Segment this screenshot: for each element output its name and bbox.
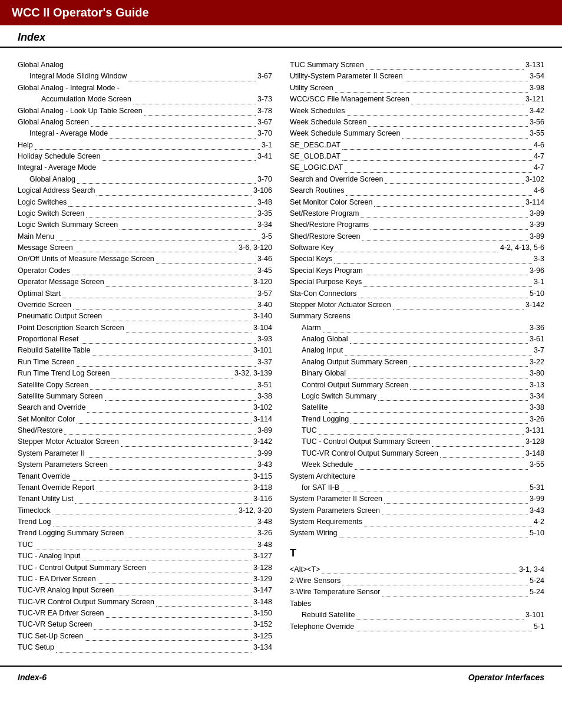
entry-label: Telephone Override bbox=[290, 621, 354, 633]
list-item: TUC-VR Control Output Summary Screen3-14… bbox=[290, 448, 544, 459]
entry-label: TUC Setup bbox=[18, 642, 54, 653]
entry-page: 3-129 bbox=[253, 574, 272, 585]
entry-page: 3-46 bbox=[257, 253, 272, 265]
entry-page: 3-114 bbox=[525, 197, 544, 208]
list-item: Analog Input3-7 bbox=[290, 345, 544, 356]
entry-label: Binary Global bbox=[302, 368, 346, 379]
entry-dots bbox=[148, 569, 252, 572]
entry-dots bbox=[106, 283, 252, 286]
entry-page: 3-48 bbox=[257, 539, 272, 551]
entry-label: System Parameters Screen bbox=[290, 505, 380, 516]
entry-dots bbox=[92, 352, 252, 355]
list-item: Telephone Override5-1 bbox=[290, 621, 544, 633]
entry-dots bbox=[105, 397, 256, 401]
entry-page: 3-142 bbox=[525, 299, 544, 311]
list-item: Set/Restore Program3-89 bbox=[290, 208, 544, 219]
list-item: Stepper Motor Actuator Screen3-142 bbox=[18, 436, 272, 447]
list-item: Global Analog bbox=[18, 60, 272, 71]
entry-label: Sta-Con Connectors bbox=[290, 288, 356, 299]
list-item: TUC - EA Driver Screen3-129 bbox=[18, 574, 272, 585]
entry-page: 3-99 bbox=[530, 493, 544, 505]
list-item: SE_GLOB.DAT4-7 bbox=[290, 151, 544, 162]
entry-page: 3-89 bbox=[530, 208, 544, 219]
entry-page: 3-43 bbox=[257, 459, 272, 470]
header-title: WCC II Operator's Guide bbox=[12, 6, 149, 19]
list-item: Satellite Summary Screen3-38 bbox=[18, 391, 272, 402]
entry-dots bbox=[341, 489, 528, 492]
list-item: Accumulation Mode Screen3-73 bbox=[18, 94, 272, 105]
entry-dots bbox=[87, 409, 252, 412]
entry-dots bbox=[432, 443, 524, 447]
footer: Index-6 Operator Interfaces bbox=[0, 666, 562, 688]
entry-dots bbox=[56, 648, 252, 652]
entry-page: 3-12, 3-20 bbox=[239, 505, 272, 516]
entry-dots bbox=[82, 557, 252, 561]
list-item: Global Analog - Look Up Table Screen3-78 bbox=[18, 106, 272, 117]
entry-label: Accumulation Mode Screen bbox=[41, 94, 131, 105]
list-item: Logic Switch Summary Screen3-34 bbox=[18, 219, 272, 230]
entry-dots bbox=[342, 582, 528, 585]
entry-label: Main Menu bbox=[18, 231, 54, 242]
entry-dots bbox=[348, 374, 528, 378]
entry-dots bbox=[64, 431, 256, 435]
entry-page: 3-56 bbox=[530, 117, 544, 128]
entry-dots bbox=[368, 123, 528, 127]
list-item: System Parameter II Screen3-99 bbox=[290, 493, 544, 505]
list-item: Control Output Summary Screen3-13 bbox=[290, 380, 544, 391]
entry-page: 3-102 bbox=[525, 174, 544, 185]
entry-label: Integral - Average Mode bbox=[29, 128, 108, 139]
entry-label: Analog Input bbox=[302, 345, 343, 356]
entry-label: Rebuild Satellite Table bbox=[18, 345, 90, 356]
entry-page: 3-80 bbox=[530, 368, 544, 379]
entry-page: 3-114 bbox=[253, 414, 272, 425]
list-item: Rebuild Satellite Table3-101 bbox=[18, 345, 272, 356]
entry-page: 3-131 bbox=[525, 60, 544, 71]
list-item: Satellite Copy Screen3-51 bbox=[18, 380, 272, 391]
entry-label: SE_LOGIC.DAT bbox=[290, 162, 343, 173]
entry-page: 3-102 bbox=[253, 402, 272, 413]
list-item: Satellite3-38 bbox=[290, 402, 544, 413]
list-item: Main Menu3-5 bbox=[18, 231, 272, 242]
list-item: SE_LOGIC.DAT4-7 bbox=[290, 162, 544, 173]
list-item: Set Monitor Color Screen3-114 bbox=[290, 197, 544, 208]
entry-dots bbox=[347, 112, 528, 116]
entry-label: Software Key bbox=[290, 242, 333, 253]
list-item: <Alt><T>3-1, 3-4 bbox=[290, 564, 544, 575]
entry-label: Point Description Search Screen bbox=[18, 322, 124, 334]
entry-label: Trend Log bbox=[18, 516, 51, 528]
entry-label: TUC-VR Control Output Summary Screen bbox=[302, 448, 438, 459]
entry-page: 3-5 bbox=[262, 231, 272, 242]
entry-dots bbox=[77, 363, 256, 367]
entry-label: TUC - EA Driver Screen bbox=[18, 574, 96, 585]
entry-label: Global Analog - Look Up Table Screen bbox=[18, 106, 143, 117]
list-item: Set Monitor Color3-114 bbox=[18, 414, 272, 425]
list-item: Rebuild Satellite3-101 bbox=[290, 610, 544, 621]
entry-dots bbox=[133, 100, 256, 104]
entry-label: for SAT II-B bbox=[302, 482, 339, 493]
entry-page: 3-93 bbox=[257, 334, 272, 345]
entry-dots bbox=[85, 637, 252, 641]
entry-page: 3-34 bbox=[257, 219, 272, 230]
entry-label: Override Screen bbox=[18, 299, 71, 311]
left-column: Global AnalogIntegral Mode Sliding Windo… bbox=[18, 60, 272, 654]
entry-page: 3-150 bbox=[253, 608, 272, 619]
entry-dots bbox=[111, 374, 233, 378]
entry-page: 3-22 bbox=[530, 357, 544, 368]
entry-label: TUC - Control Output Summary Screen bbox=[302, 436, 430, 447]
entry-page: 3-36 bbox=[530, 322, 544, 334]
entry-label: Timeclock bbox=[18, 505, 51, 516]
entry-page: 3-37 bbox=[257, 357, 272, 368]
entry-dots bbox=[335, 89, 528, 93]
list-item: Timeclock3-12, 3-20 bbox=[18, 505, 272, 516]
entry-dots bbox=[125, 535, 256, 538]
entry-label: Stepper Motor Actuator Screen bbox=[290, 299, 391, 311]
entry-dots bbox=[91, 123, 256, 127]
entry-page: 3-120 bbox=[253, 276, 272, 288]
content-area: Global AnalogIntegral Mode Sliding Windo… bbox=[0, 54, 562, 660]
entry-page: 3-67 bbox=[257, 71, 272, 82]
entry-label: Shed/Restore bbox=[18, 425, 62, 436]
entry-page: 5-24 bbox=[530, 575, 544, 587]
list-item: System Wiring5-10 bbox=[290, 528, 544, 539]
list-item: TUC-VR EA Driver Screen3-150 bbox=[18, 608, 272, 619]
entry-page: 3-127 bbox=[253, 551, 272, 562]
